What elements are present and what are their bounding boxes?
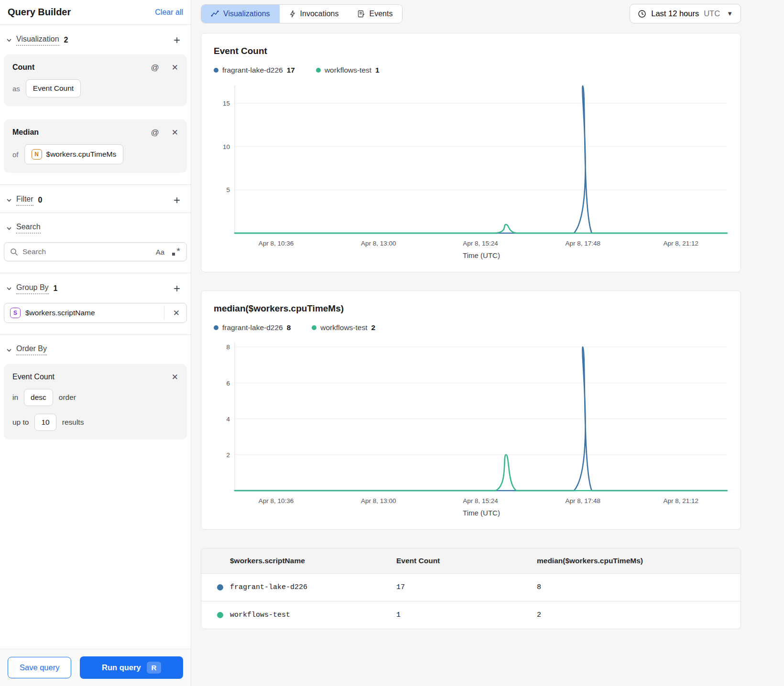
median-chart-card: median($workers.cpuTimeMs) fragrant-lake… <box>201 290 741 530</box>
svg-text:Apr 8, 13:00: Apr 8, 13:00 <box>361 240 396 247</box>
save-query-button[interactable]: Save query <box>8 657 71 678</box>
run-shortcut-badge: R <box>147 662 162 674</box>
number-type-icon: N <box>32 149 42 160</box>
filter-section-label[interactable]: Filter <box>16 195 33 206</box>
order-direction-select[interactable]: desc <box>24 389 53 406</box>
time-zone-label: UTC <box>704 9 720 18</box>
time-range-selector[interactable]: Last 12 hours UTC ▼ <box>630 4 741 23</box>
chevron-down-icon[interactable] <box>6 225 12 232</box>
svg-text:Apr 8, 15:24: Apr 8, 15:24 <box>463 497 498 504</box>
svg-text:15: 15 <box>223 100 230 107</box>
visualization-card-count: Count @ ✕ as Event Count <box>4 54 187 106</box>
group-by-count: 1 <box>54 284 58 293</box>
tab-label: Visualizations <box>223 10 270 18</box>
close-icon[interactable]: ✕ <box>172 373 178 381</box>
of-label: of <box>12 150 19 159</box>
x-axis-title: Time (UTC) <box>214 251 728 259</box>
series-dot <box>217 612 223 618</box>
tab-visualizations[interactable]: Visualizations <box>201 5 280 23</box>
chart-title: Event Count <box>214 46 728 56</box>
chart-plot[interactable]: 51015Apr 8, 10:36Apr 8, 13:00Apr 8, 15:2… <box>214 81 728 250</box>
clear-all-button[interactable]: Clear all <box>155 8 183 17</box>
svg-text:10: 10 <box>223 143 230 150</box>
cell-median: 8 <box>537 583 740 591</box>
svg-text:Apr 8, 21:12: Apr 8, 21:12 <box>663 240 698 247</box>
col-header-event-count: Event Count <box>396 557 537 565</box>
tab-events[interactable]: Events <box>348 5 402 23</box>
sidebar-footer: Save query Run query R <box>0 649 191 686</box>
limit-input[interactable]: 10 <box>34 414 56 431</box>
search-section-header: Search <box>0 213 191 240</box>
query-builder-sidebar: Query Builder Clear all Visualization 2 … <box>0 0 191 686</box>
caret-down-icon: ▼ <box>727 10 733 17</box>
col-header-median: median($workers.cpuTimeMs) <box>537 557 740 565</box>
group-by-field[interactable]: S $workers.scriptName ✕ <box>4 303 187 323</box>
legend-item[interactable]: workflows-test 1 <box>316 66 380 75</box>
run-query-button[interactable]: Run query R <box>80 656 183 679</box>
visualization-card-title: Count <box>12 63 34 72</box>
visualization-count: 2 <box>64 36 68 44</box>
filter-count: 0 <box>38 196 43 204</box>
chevron-down-icon[interactable] <box>6 285 12 292</box>
search-section-label[interactable]: Search <box>16 223 41 234</box>
svg-text:Apr 8, 21:12: Apr 8, 21:12 <box>663 497 698 504</box>
legend-item[interactable]: fragrant-lake-d226 17 <box>214 66 295 75</box>
order-label: order <box>59 393 76 402</box>
match-case-icon[interactable]: Aa <box>156 248 164 256</box>
event-log-icon <box>358 10 365 18</box>
lightning-icon <box>289 10 296 18</box>
visualization-card-median: Median @ ✕ of N $workers.cpuTimeMs <box>4 119 187 173</box>
cell-scriptname: workflows-test <box>230 611 396 619</box>
tab-invocations[interactable]: Invocations <box>280 5 348 23</box>
add-visualization-button[interactable]: + <box>171 34 183 46</box>
svg-text:Apr 8, 13:00: Apr 8, 13:00 <box>361 497 396 504</box>
search-input[interactable] <box>22 247 152 256</box>
visualization-card-title: Median <box>12 128 39 137</box>
svg-text:Apr 8, 15:24: Apr 8, 15:24 <box>463 240 498 247</box>
add-filter-button[interactable]: + <box>171 194 183 206</box>
order-by-section-label[interactable]: Order By <box>16 344 47 355</box>
series-dot <box>316 68 321 73</box>
legend-value: 1 <box>375 66 380 75</box>
legend-name: workflows-test <box>320 323 367 332</box>
svg-text:5: 5 <box>226 186 230 193</box>
run-query-label: Run query <box>102 663 141 672</box>
as-label: as <box>12 85 20 93</box>
order-by-card: Event Count ✕ in desc order up to 10 res… <box>4 364 187 439</box>
median-field-chip[interactable]: N $workers.cpuTimeMs <box>24 144 124 164</box>
results-label: results <box>62 418 84 427</box>
legend-item[interactable]: fragrant-lake-d226 8 <box>214 323 291 332</box>
close-icon[interactable]: ✕ <box>172 129 178 137</box>
sidebar-title: Query Builder <box>8 7 71 18</box>
cell-median: 2 <box>537 611 740 619</box>
visualization-section-label[interactable]: Visualization <box>16 35 59 46</box>
legend-value: 2 <box>371 323 375 332</box>
table-row[interactable]: fragrant-lake-d226 17 8 <box>201 573 740 601</box>
regex-icon[interactable]: * <box>171 247 181 256</box>
svg-text:Apr 8, 10:36: Apr 8, 10:36 <box>259 240 294 247</box>
visualization-alias-chip[interactable]: Event Count <box>26 79 81 97</box>
legend-name: fragrant-lake-d226 <box>222 66 283 75</box>
at-mention-icon[interactable]: @ <box>151 129 159 137</box>
svg-text:8: 8 <box>226 343 230 351</box>
visualization-section-header: Visualization 2 + <box>0 25 191 53</box>
at-mention-icon[interactable]: @ <box>151 64 159 72</box>
legend-value: 8 <box>287 323 291 332</box>
close-icon[interactable]: ✕ <box>172 64 178 72</box>
chevron-down-icon[interactable] <box>6 197 12 204</box>
tab-label: Invocations <box>300 10 339 18</box>
filter-section-header: Filter 0 + <box>0 185 191 213</box>
close-icon[interactable]: ✕ <box>169 309 184 317</box>
svg-text:Apr 8, 17:48: Apr 8, 17:48 <box>565 240 600 247</box>
legend-item[interactable]: workflows-test 2 <box>312 323 375 332</box>
x-axis-title: Time (UTC) <box>214 509 728 517</box>
table-row[interactable]: workflows-test 1 2 <box>201 601 740 629</box>
search-icon <box>10 248 18 256</box>
chevron-down-icon[interactable] <box>6 347 12 354</box>
series-dot <box>214 325 218 330</box>
divider <box>164 306 164 320</box>
add-group-by-button[interactable]: + <box>171 283 183 294</box>
chevron-down-icon[interactable] <box>6 37 12 43</box>
chart-plot[interactable]: 2468Apr 8, 10:36Apr 8, 13:00Apr 8, 15:24… <box>214 339 728 508</box>
group-by-section-label[interactable]: Group By <box>16 283 49 294</box>
